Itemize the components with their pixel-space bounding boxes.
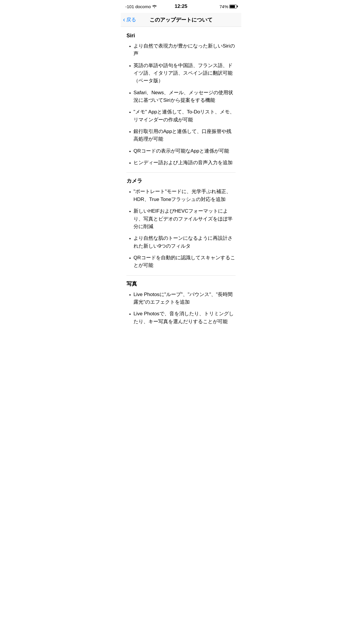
list-item: ● "メモ" Appと連係して、To-Doリスト、メモ、リマインダーの作成が可能 <box>126 108 236 124</box>
list-item: ● より自然な肌のトーンになるように再設計された新しい9つのフィルタ <box>126 235 236 250</box>
bullet-icon: ● <box>126 190 133 194</box>
bullet-icon: ● <box>126 236 133 241</box>
battery-fill <box>230 5 235 8</box>
bullet-icon: ● <box>126 44 133 48</box>
section-title-siri: Siri <box>126 33 236 39</box>
bullet-icon: ● <box>126 293 133 297</box>
page-title: このアップデートについて <box>150 16 212 23</box>
bullet-icon: ● <box>126 312 133 316</box>
status-bar: -101 docomo 12:25 74% <box>121 0 241 13</box>
list-item: ● QRコードの表示が可能なAppと連係が可能 <box>126 147 236 155</box>
bullet-icon: ● <box>126 149 133 153</box>
carrier-wifi: -101 docomo <box>125 4 157 9</box>
list-item-text: ヒンディー語および上海語の音声入力を追加 <box>133 159 236 167</box>
battery-icon <box>229 5 237 8</box>
siri-list: ● より自然で表現力が豊かになった新しいSiriの声 ● 英語の単語や語句を中国… <box>126 42 236 167</box>
list-item: ● ヒンディー語および上海語の音声入力を追加 <box>126 159 236 167</box>
back-button[interactable]: ‹ 戻る <box>123 16 136 23</box>
list-item-text: 英語の単語や語句を中国語、フランス語、ドイツ語、イタリア語、スペイン語に翻訳可能… <box>133 62 236 85</box>
list-item: ● 銀行取引用のAppと連係して、口座振替や残高処理が可能 <box>126 128 236 143</box>
list-item-text: 銀行取引用のAppと連係して、口座振替や残高処理が可能 <box>133 128 236 143</box>
section-camera: カメラ ● "ポートレート"モードに、光学手ぶれ補正、HDR、True Tone… <box>126 177 236 269</box>
time-display: 12:25 <box>175 4 187 9</box>
navigation-bar: ‹ 戻る このアップデートについて <box>121 13 241 27</box>
wifi-icon <box>152 5 157 8</box>
list-item-text: Safari、News、メール、メッセージの使用状況に基づいてSiriから提案を… <box>133 89 236 104</box>
list-item-text: QRコードの表示が可能なAppと連係が可能 <box>133 147 236 155</box>
bullet-icon: ● <box>126 161 133 165</box>
list-item-text: "ポートレート"モードに、光学手ぶれ補正、HDR、True Toneフラッシュの… <box>133 188 236 203</box>
section-divider <box>126 172 236 173</box>
battery-area: 74% <box>219 4 237 9</box>
section-siri: Siri ● より自然で表現力が豊かになった新しいSiriの声 ● 英語の単語や… <box>126 33 236 167</box>
back-label: 戻る <box>126 16 136 23</box>
bullet-icon: ● <box>126 64 133 68</box>
photos-list: ● Live Photosに"ループ"、"バウンス"、"長時間露光"のエフェクト… <box>126 291 236 326</box>
list-item-text: Live Photosに"ループ"、"バウンス"、"長時間露光"のエフェクトを追… <box>133 291 236 306</box>
bullet-icon: ● <box>126 209 133 214</box>
section-title-photos: 写真 <box>126 280 236 287</box>
back-chevron-icon: ‹ <box>123 17 125 23</box>
list-item: ● Live Photosで、音を消したり、トリミングしたり、キー写真を選んだり… <box>126 310 236 326</box>
list-item-text: より自然な肌のトーンになるように再設計された新しい9つのフィルタ <box>133 235 236 250</box>
list-item: ● より自然で表現力が豊かになった新しいSiriの声 <box>126 42 236 58</box>
list-item-text: "メモ" Appと連係して、To-Doリスト、メモ、リマインダーの作成が可能 <box>133 108 236 124</box>
section-photos: 写真 ● Live Photosに"ループ"、"バウンス"、"長時間露光"のエフ… <box>126 280 236 326</box>
list-item: ● 英語の単語や語句を中国語、フランス語、ドイツ語、イタリア語、スペイン語に翻訳… <box>126 62 236 85</box>
section-title-camera: カメラ <box>126 177 236 184</box>
list-item-text: Live Photosで、音を消したり、トリミングしたり、キー写真を選んだりする… <box>133 310 236 326</box>
bullet-icon: ● <box>126 130 133 134</box>
battery-percent: 74% <box>219 4 228 9</box>
camera-list: ● "ポートレート"モードに、光学手ぶれ補正、HDR、True Toneフラッシ… <box>126 188 236 269</box>
bullet-icon: ● <box>126 256 133 260</box>
carrier-label: -101 docomo <box>125 4 151 9</box>
list-item-text: より自然で表現力が豊かになった新しいSiriの声 <box>133 42 236 58</box>
bullet-icon: ● <box>126 110 133 114</box>
bullet-icon: ● <box>126 91 133 95</box>
list-item: ● "ポートレート"モードに、光学手ぶれ補正、HDR、True Toneフラッシ… <box>126 188 236 203</box>
list-item-text: QRコードを自動的に認識してスキャンすることが可能 <box>133 254 236 270</box>
list-item: ● Live Photosに"ループ"、"バウンス"、"長時間露光"のエフェクト… <box>126 291 236 306</box>
section-divider-2 <box>126 275 236 276</box>
list-item: ● QRコードを自動的に認識してスキャンすることが可能 <box>126 254 236 270</box>
content-area: Siri ● より自然で表現力が豊かになった新しいSiriの声 ● 英語の単語や… <box>121 27 241 336</box>
list-item: ● 新しいHEIFおよびHEVCフォーマットにより、写真とビデオのファイルサイズ… <box>126 207 236 230</box>
list-item-text: 新しいHEIFおよびHEVCフォーマットにより、写真とビデオのファイルサイズをほ… <box>133 207 236 230</box>
list-item: ● Safari、News、メール、メッセージの使用状況に基づいてSiriから提… <box>126 89 236 104</box>
